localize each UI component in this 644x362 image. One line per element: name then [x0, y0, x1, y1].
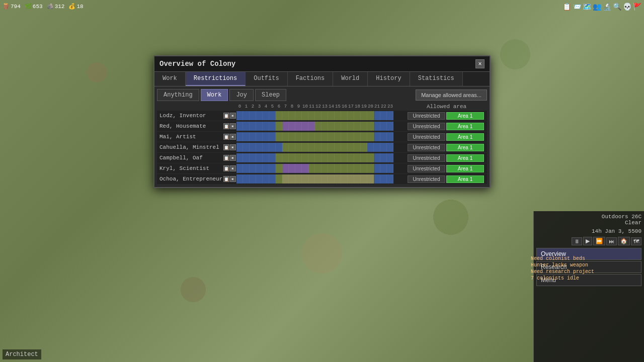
schedule-cell-19[interactable] [361, 132, 367, 141]
schedule-cell-11[interactable] [308, 164, 315, 173]
fff-button[interactable]: ⏭ [606, 237, 617, 245]
play-button[interactable]: ▶ [583, 237, 592, 245]
schedule-cell-13[interactable] [321, 111, 328, 120]
colonist-icons[interactable]: 📋 ✖ [222, 113, 236, 119]
schedule-cell-5[interactable] [269, 132, 276, 141]
schedule-cell-8[interactable] [289, 174, 295, 184]
schedule-cell-10[interactable] [302, 143, 308, 152]
sub-tab-sleep[interactable]: Sleep [255, 89, 286, 101]
unrestricted-button[interactable]: Unrestricted [408, 165, 445, 172]
schedule-cell-10[interactable] [302, 153, 308, 162]
schedule-cell-22[interactable] [380, 132, 387, 141]
schedule-cell-2[interactable] [250, 143, 256, 152]
schedule-cell-0[interactable] [236, 153, 243, 162]
schedule-cell-3[interactable] [256, 143, 263, 152]
schedule-cells[interactable] [236, 174, 403, 184]
schedule-cell-22[interactable] [380, 111, 387, 120]
schedule-cell-18[interactable] [354, 132, 361, 141]
schedule-cell-6[interactable] [276, 164, 282, 173]
schedule-cell-1[interactable] [243, 143, 250, 152]
schedule-cell-23[interactable] [387, 122, 393, 131]
schedule-cell-7[interactable] [282, 174, 289, 184]
schedule-cells[interactable] [236, 143, 403, 152]
schedule-cell-20[interactable] [367, 132, 374, 141]
schedule-cell-23[interactable] [387, 164, 393, 173]
schedule-cell-23[interactable] [387, 143, 393, 152]
schedule-cell-15[interactable] [335, 111, 341, 120]
colonist-icons[interactable]: 📋 ✖ [222, 155, 236, 161]
schedule-cell-19[interactable] [361, 174, 367, 184]
schedule-cell-17[interactable] [348, 122, 354, 131]
area1-button[interactable]: Area 1 [446, 175, 484, 183]
clear-schedule-icon[interactable]: ✖ [230, 134, 236, 140]
schedule-cell-21[interactable] [374, 164, 380, 173]
schedule-cell-9[interactable] [295, 111, 302, 120]
schedule-cell-20[interactable] [367, 164, 374, 173]
schedule-cell-6[interactable] [276, 143, 282, 152]
schedule-cell-8[interactable] [289, 132, 295, 141]
schedule-cell-9[interactable] [295, 143, 302, 152]
schedule-cell-0[interactable] [236, 122, 243, 131]
clear-schedule-icon[interactable]: ✖ [230, 113, 236, 119]
schedule-cell-21[interactable] [374, 111, 380, 120]
schedule-cell-18[interactable] [354, 164, 361, 173]
schedule-cell-18[interactable] [354, 122, 361, 131]
schedule-cell-18[interactable] [354, 153, 361, 162]
unrestricted-button[interactable]: Unrestricted [408, 112, 445, 120]
tab-history[interactable]: History [368, 72, 410, 86]
clear-schedule-icon[interactable]: ✖ [230, 144, 236, 150]
schedule-cell-9[interactable] [295, 174, 302, 184]
schedule-cell-8[interactable] [289, 143, 295, 152]
copy-schedule-icon[interactable]: 📋 [223, 176, 229, 182]
schedule-cell-10[interactable] [302, 122, 308, 131]
schedule-cell-20[interactable] [367, 122, 374, 131]
close-button[interactable]: × [475, 59, 485, 68]
unrestricted-button[interactable]: Unrestricted [408, 154, 445, 162]
schedule-cell-4[interactable] [263, 174, 269, 184]
tab-work[interactable]: Work [154, 72, 186, 86]
schedule-cell-12[interactable] [315, 153, 321, 162]
schedule-cell-7[interactable] [282, 153, 289, 162]
schedule-cell-17[interactable] [348, 143, 354, 152]
schedule-cell-4[interactable] [263, 122, 269, 131]
schedule-cell-12[interactable] [315, 132, 321, 141]
schedule-cell-23[interactable] [387, 174, 393, 184]
schedule-cell-14[interactable] [328, 122, 335, 131]
schedule-cell-0[interactable] [236, 143, 243, 152]
schedule-cell-15[interactable] [335, 132, 341, 141]
schedule-cell-21[interactable] [374, 132, 380, 141]
schedule-cell-5[interactable] [269, 122, 276, 131]
schedule-cell-17[interactable] [348, 153, 354, 162]
schedule-cell-8[interactable] [289, 164, 295, 173]
schedule-cell-14[interactable] [328, 153, 335, 162]
unrestricted-button[interactable]: Unrestricted [408, 175, 445, 183]
schedule-cell-15[interactable] [335, 143, 341, 152]
area1-button[interactable]: Area 1 [446, 154, 484, 162]
copy-schedule-icon[interactable]: 📋 [223, 165, 229, 171]
schedule-cell-15[interactable] [335, 164, 341, 173]
manage-allowed-areas-button[interactable]: Manage allowed areas... [416, 89, 487, 101]
schedule-cell-1[interactable] [243, 132, 250, 141]
schedule-cell-19[interactable] [361, 122, 367, 131]
schedule-cell-11[interactable] [308, 132, 315, 141]
schedule-cell-9[interactable] [295, 132, 302, 141]
schedule-cell-13[interactable] [321, 153, 328, 162]
schedule-cell-7[interactable] [282, 132, 289, 141]
colonist-icons[interactable]: 📋 ✖ [222, 134, 236, 140]
area1-button[interactable]: Area 1 [446, 123, 484, 130]
schedule-cell-2[interactable] [250, 122, 256, 131]
tab-factions[interactable]: Factions [288, 72, 334, 86]
schedule-cell-0[interactable] [236, 174, 243, 184]
schedule-cell-11[interactable] [308, 122, 315, 131]
colonist-icons[interactable]: 📋 ✖ [222, 123, 236, 129]
schedule-cell-12[interactable] [315, 174, 321, 184]
schedule-cell-14[interactable] [328, 132, 335, 141]
copy-schedule-icon[interactable]: 📋 [223, 155, 229, 161]
schedule-cell-7[interactable] [282, 164, 289, 173]
schedule-cell-2[interactable] [250, 164, 256, 173]
schedule-cell-14[interactable] [328, 164, 335, 173]
ff-button[interactable]: ⏩ [593, 237, 605, 245]
schedule-cell-20[interactable] [367, 174, 374, 184]
schedule-cell-5[interactable] [269, 153, 276, 162]
schedule-cell-1[interactable] [243, 164, 250, 173]
